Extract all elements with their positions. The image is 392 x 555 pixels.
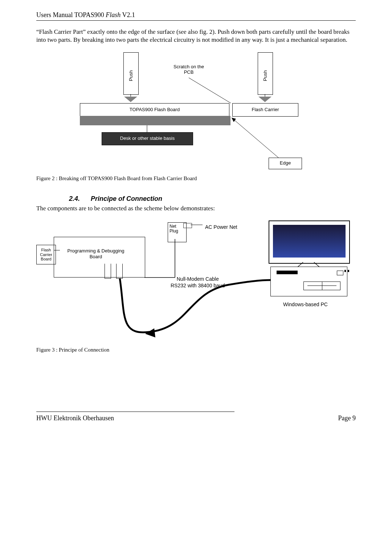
pc-monitor-screen	[273, 225, 346, 258]
header-pre: Users Manual TOPAS900	[36, 11, 106, 19]
figure-2-caption: Figure 2 : Breaking off TOPAS900 Flash B…	[36, 175, 356, 182]
svg-marker-1	[124, 97, 137, 102]
fcb-line3: Board	[41, 257, 51, 261]
null-line1: Null-Modem Cable	[177, 276, 219, 282]
edge-label: Edge	[269, 158, 302, 169]
ac-power-label: AC Power Net	[205, 224, 237, 230]
paragraph-2: The components are to be connected as th…	[36, 204, 356, 212]
pc-port	[337, 271, 343, 275]
net-plug-connector	[183, 223, 192, 228]
flash-board-box: TOPAS900 Flash Board	[80, 103, 229, 117]
figure-3-caption: Figure 3 : Principe of Connection	[36, 347, 356, 354]
section-title: Principe of Connection	[91, 195, 162, 202]
windows-pc-label: Windows-based PC	[283, 301, 328, 308]
footer: HWU Elektronik Oberhausen Page 9	[36, 412, 356, 422]
pc-port-dot2	[348, 270, 349, 272]
svg-marker-6	[232, 118, 236, 122]
fcb-line1: Flash	[41, 248, 51, 252]
push-label-right: Push	[262, 70, 269, 81]
net-plug-line1: Net	[170, 224, 176, 229]
figure-3-diagram: Flash Carrier Board Programming & Debugg…	[33, 219, 352, 339]
pc-tower	[270, 267, 347, 296]
section-heading: 2.4.Principe of Connection	[69, 195, 356, 203]
prog-connector-2	[116, 264, 123, 279]
svg-line-0	[189, 78, 231, 103]
desk-label: Desk or other stable basis	[102, 132, 193, 145]
paragraph-1: “Flash Carrier Part” exactly onto the ed…	[36, 28, 356, 44]
null-line2: RS232 with 38400 baud	[171, 283, 225, 288]
push-label-left: Push	[128, 70, 134, 81]
pc-monitor	[269, 220, 350, 264]
desk-bar	[80, 116, 230, 125]
scratch-label: Scratch on the PCB	[169, 64, 209, 75]
pc-drive	[303, 281, 340, 290]
flash-carrier-board-box: Flash Carrier Board	[36, 245, 56, 264]
prog-label: Programming & Debugging Board	[60, 248, 132, 260]
section-number: 2.4.	[69, 195, 80, 202]
scratch-line1: Scratch on the	[173, 64, 204, 69]
scratch-line2: PCB	[184, 69, 194, 75]
pc-drive-line	[322, 282, 322, 290]
footer-separator	[36, 412, 234, 412]
header-post: V2.1	[121, 11, 135, 19]
prog-debug-board-box: Programming & Debugging Board	[54, 237, 145, 278]
null-modem-label: Null-Modem Cable RS232 with 38400 baud	[171, 276, 225, 289]
footer-left: HWU Elektronik Oberhausen	[36, 414, 114, 422]
svg-line-5	[232, 118, 278, 158]
flash-carrier-box: Flash Carrier	[232, 103, 298, 117]
footer-right: Page 9	[338, 414, 356, 422]
svg-marker-11	[145, 328, 155, 337]
pc-port-dot	[344, 270, 346, 272]
fcb-line2: Carrier	[40, 252, 52, 257]
svg-marker-3	[258, 97, 271, 102]
figure-2-diagram: Push Push Scratch on the PCB TOPAS900 Fl…	[80, 52, 312, 172]
header-title: Users Manual TOPAS900 Flash V2.1	[36, 11, 356, 21]
prog-connector-1	[105, 264, 111, 279]
header-italic: Flash	[106, 11, 121, 19]
net-plug-line2: Plug	[170, 228, 178, 234]
pc-slot	[277, 271, 298, 274]
